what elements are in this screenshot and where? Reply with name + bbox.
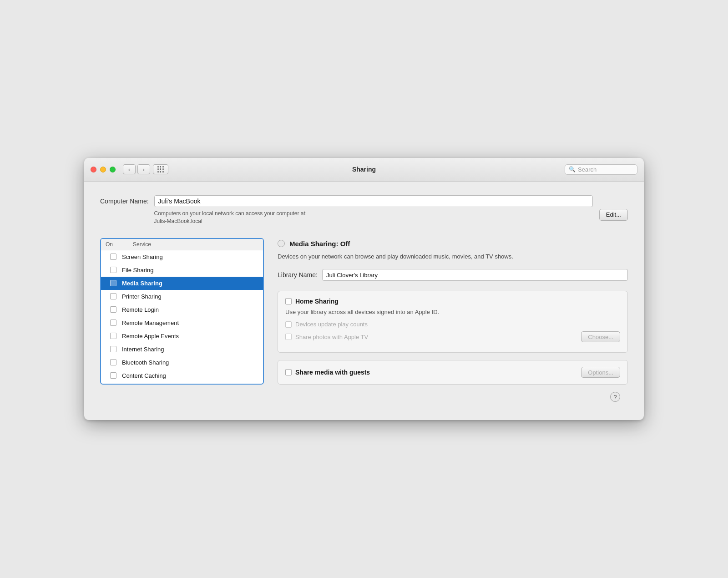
computer-name-right: Computers on your local network can acce… [154,195,593,225]
remote-apple-events-checkbox[interactable] [110,333,116,339]
remote-login-label: Remote Login [122,306,159,313]
grid-view-button[interactable] [153,164,168,174]
library-name-input[interactable] [322,269,628,281]
computer-name-input[interactable] [154,195,593,207]
computer-name-row: Computer Name: Computers on your local n… [100,195,628,225]
computer-name-subtext1: Computers on your local network can acce… [154,210,307,217]
printer-sharing-checkbox[interactable] [110,293,116,299]
options-button[interactable]: Options... [581,367,620,378]
printer-sharing-label: Printer Sharing [122,293,162,300]
search-input[interactable] [578,166,632,173]
service-item[interactable]: Remote Login [101,303,263,316]
bluetooth-sharing-label: Bluetooth Sharing [122,359,169,366]
content-caching-label: Content Caching [122,372,166,379]
search-box[interactable]: 🔍 [565,164,637,175]
col-on-label: On [106,241,133,248]
remote-management-label: Remote Management [122,319,179,326]
share-photos-checkbox[interactable] [285,334,292,340]
service-item[interactable]: Content Caching [101,369,263,382]
service-item[interactable]: File Sharing [101,264,263,277]
home-sharing-option2-row: Share photos with Apple TV Choose... [285,331,620,342]
remote-apple-events-label: Remote Apple Events [122,333,179,340]
devices-update-label: Devices update play counts [295,321,368,328]
service-item[interactable]: Remote Management [101,316,263,330]
service-table-header: On Service [101,239,263,250]
internet-sharing-label: Internet Sharing [122,346,164,353]
help-button[interactable]: ? [610,392,620,402]
screen-sharing-label: Screen Sharing [122,254,163,260]
content-area: Computer Name: Computers on your local n… [84,182,644,398]
service-item-media-sharing[interactable]: Media Sharing [101,277,263,290]
share-photos-label: Share photos with Apple TV [295,334,368,340]
home-sharing-option1-row: Devices update play counts [285,321,620,328]
media-sharing-title: Media Sharing: Off [289,240,350,248]
grid-icon [157,166,164,173]
service-item[interactable]: Internet Sharing [101,343,263,356]
home-sharing-desc: Use your library across all devices sign… [285,309,620,315]
maximize-button[interactable] [110,167,116,172]
library-name-label: Library Name: [278,271,318,279]
home-sharing-title: Home Sharing [295,298,339,305]
preferences-window: ‹ › Sharing 🔍 C [84,158,644,420]
forward-icon: › [143,166,145,173]
screen-sharing-checkbox[interactable] [110,254,116,260]
choose-button[interactable]: Choose... [581,331,620,342]
media-sharing-radio[interactable] [278,240,285,247]
service-item[interactable]: Screen Sharing [101,250,263,264]
home-sharing-title-row: Home Sharing [285,298,620,305]
devices-update-checkbox[interactable] [285,321,292,328]
share-media-label: Share media with guests [295,369,370,376]
service-item[interactable]: Printer Sharing [101,290,263,303]
remote-login-checkbox[interactable] [110,306,116,313]
minimize-button[interactable] [100,167,106,172]
main-layout: On Service Screen Sharing File Sharing [100,238,628,385]
library-name-row: Library Name: [278,269,628,281]
services-panel: On Service Screen Sharing File Sharing [100,238,264,385]
search-icon: 🔍 [569,166,576,172]
share-media-row: Share media with guests Options... [278,360,628,385]
service-item[interactable]: Remote Apple Events [101,330,263,343]
media-sharing-checkbox[interactable] [110,280,116,286]
back-icon: ‹ [128,166,130,173]
home-sharing-box: Home Sharing Use your library across all… [278,291,628,353]
service-list: Screen Sharing File Sharing Media Sharin… [101,250,263,382]
col-service-label: Service [133,241,151,248]
traffic-lights [91,167,116,172]
computer-name-sublabel: Computers on your local network can acce… [154,210,593,225]
media-sharing-header: Media Sharing: Off [278,240,628,248]
forward-button[interactable]: › [137,164,150,174]
share-media-checkbox[interactable] [285,369,292,375]
edit-button[interactable]: Edit... [599,209,628,221]
home-sharing-checkbox[interactable] [285,298,292,304]
service-item[interactable]: Bluetooth Sharing [101,356,263,369]
computer-name-label: Computer Name: [100,195,149,205]
file-sharing-checkbox[interactable] [110,267,116,273]
nav-buttons: ‹ › [123,164,150,174]
media-sharing-label: Media Sharing [122,280,162,287]
close-button[interactable] [91,167,96,172]
file-sharing-label: File Sharing [122,267,153,274]
media-sharing-desc: Devices on your network can browse and p… [278,252,628,261]
computer-name-subtext2: Julis-MacBook.local [154,218,202,224]
content-caching-checkbox[interactable] [110,372,116,379]
title-bar: ‹ › Sharing 🔍 [84,158,644,182]
bluetooth-sharing-checkbox[interactable] [110,359,116,365]
remote-management-checkbox[interactable] [110,319,116,326]
right-panel: Media Sharing: Off Devices on your netwo… [274,238,628,385]
window-title: Sharing [352,166,376,173]
internet-sharing-checkbox[interactable] [110,346,116,352]
back-button[interactable]: ‹ [123,164,136,174]
